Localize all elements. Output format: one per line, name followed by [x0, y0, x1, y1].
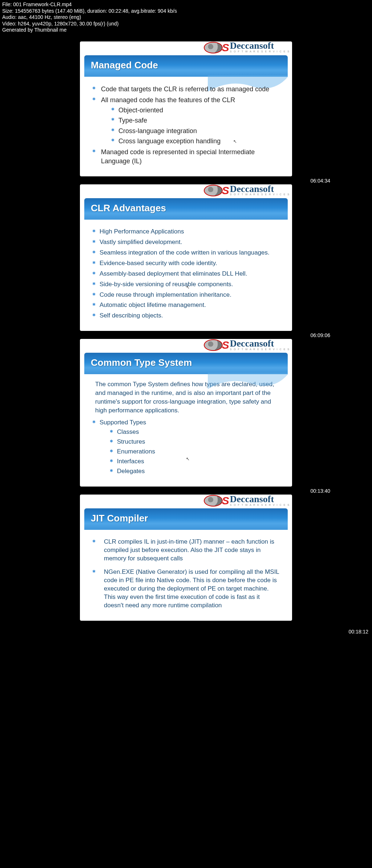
timestamp: 06:09:06	[311, 332, 331, 338]
logo-row: S Deccansoft S O F T W A R E S E R V I C…	[80, 184, 292, 197]
sub-bullet: Interfaces	[110, 457, 280, 466]
meta-size: Size: 154556763 bytes (147.40 MiB), dura…	[2, 8, 370, 15]
logo-subtext: S O F T W A R E S E R V I C E S	[230, 51, 290, 53]
slide-frame: S Deccansoft S O F T W A R E S E R V I C…	[80, 184, 292, 331]
meta-generated: Generated by Thumbnail me	[2, 27, 370, 33]
thumbnail-2: 06:04:34 S Deccansoft S O F T W A R E S …	[80, 184, 292, 331]
bullet: Self describing objects.	[92, 312, 280, 320]
deccansoft-logo: S Deccansoft S O F T W A R E S E R V I C…	[204, 42, 290, 53]
thumbnail-3: 06:09:06 S Deccansoft S O F T W A R E S …	[80, 339, 292, 487]
page: File: 001 Framework-CLR.mp4 Size: 154556…	[0, 0, 372, 636]
bullet: Evidence-based security with code identi…	[92, 259, 280, 268]
meta-video: Video: h264, yuv420p, 1280x720, 30.00 fp…	[2, 21, 370, 27]
slide-frame: S Deccansoft S O F T W A R E S E R V I C…	[80, 495, 292, 621]
slide-frame: S Deccansoft S O F T W A R E S E R V I C…	[80, 339, 292, 487]
logo-subtext: S O F T W A R E S E R V I C E S	[230, 193, 290, 196]
slide-content: CLR compiles IL in just-in-time (JIT) ma…	[84, 530, 288, 621]
deccansoft-logo: S Deccansoft S O F T W A R E S E R V I C…	[204, 185, 290, 196]
logo-text: Deccansoft	[230, 340, 290, 348]
sub-bullet: Delegates	[110, 467, 280, 476]
bullet: Vastly simplified development.	[92, 238, 280, 247]
slide-content: The common Type System defines how types…	[84, 374, 288, 487]
slide-title: CLR Advantages	[84, 198, 288, 220]
logo-row: S Deccansoft S O F T W A R E S E R V I C…	[80, 339, 292, 351]
logo-text: Deccansoft	[230, 42, 290, 50]
slide-content: High Performance Applications Vastly sim…	[84, 220, 288, 331]
slide-title: Common Type System	[84, 353, 288, 374]
logo-slash-icon: S	[222, 340, 229, 350]
logo-text: Deccansoft	[230, 496, 290, 503]
deccansoft-logo: S Deccansoft S O F T W A R E S E R V I C…	[204, 495, 290, 507]
bullet: Automatic object lifetime management.	[92, 301, 280, 309]
logo-row: S Deccansoft S O F T W A R E S E R V I C…	[80, 41, 292, 54]
final-timestamp: 00:18:12	[349, 629, 369, 635]
logo-icon	[204, 495, 223, 507]
slide-frame: S Deccansoft S O F T W A R E S E R V I C…	[80, 41, 292, 176]
logo-icon	[204, 185, 223, 196]
bullet: Code reuse through implementation inheri…	[92, 291, 280, 299]
logo-icon	[204, 339, 223, 351]
bullet: Code that targets the CLR is referred to…	[92, 85, 280, 93]
logo-row: S Deccansoft S O F T W A R E S E R V I C…	[80, 495, 292, 507]
meta-audio: Audio: aac, 44100 Hz, stereo (eng)	[2, 14, 370, 21]
file-metadata: File: 001 Framework-CLR.mp4 Size: 154556…	[0, 0, 372, 33]
deccansoft-logo: S Deccansoft S O F T W A R E S E R V I C…	[204, 339, 290, 351]
slide-title: JIT Compiler	[84, 508, 288, 530]
logo-slash-icon: S	[222, 496, 229, 506]
sub-bullet: Enumerations	[110, 448, 280, 456]
timestamp: 06:04:34	[311, 178, 331, 184]
logo-subtext: S O F T W A R E S E R V I C E S	[230, 348, 290, 351]
bullet: CLR compiles IL in just-in-time (JIT) ma…	[92, 538, 280, 563]
logo-slash-icon: S	[222, 185, 229, 196]
thumbnail-1: S Deccansoft S O F T W A R E S E R V I C…	[80, 41, 292, 176]
meta-file: File: 001 Framework-CLR.mp4	[2, 1, 370, 8]
sub-bullet: Type-safe	[111, 116, 280, 125]
bullet: Side-by-side versioning of reusable comp…	[92, 280, 280, 289]
sub-bullet: Cross language exception handling	[111, 137, 280, 145]
slide-content: Code that targets the CLR is referred to…	[84, 77, 288, 176]
logo-slash-icon: S	[222, 43, 229, 53]
bullet: All managed code has the features of the…	[92, 96, 280, 145]
bullet: High Performance Applications	[92, 228, 280, 236]
bullet: Managed code is represented in special I…	[92, 148, 280, 165]
timestamp: 00:13:40	[311, 488, 331, 494]
thumbnail-4: 00:13:40 S Deccansoft S O F T W A R E S …	[80, 495, 292, 621]
sub-bullet: Object-oriented	[111, 106, 280, 115]
logo-icon	[204, 42, 223, 53]
sub-bullet: Structures	[110, 438, 280, 446]
intro-text: The common Type System defines how types…	[95, 380, 280, 415]
logo-text: Deccansoft	[230, 185, 290, 193]
slide-title: Managed Code	[84, 55, 288, 77]
bullet: NGen.EXE (Native Generator) is used for …	[92, 568, 280, 610]
logo-subtext: S O F T W A R E S E R V I C E S	[230, 504, 290, 506]
bullet: Seamless integration of the code written…	[92, 249, 280, 257]
bullet: Assembly-based deployment that eliminate…	[92, 270, 280, 278]
sub-bullet: Cross-language integration	[111, 127, 280, 135]
bullet: Supported Types Classes Structures Enume…	[92, 419, 280, 476]
sub-bullet: Classes	[110, 428, 280, 436]
